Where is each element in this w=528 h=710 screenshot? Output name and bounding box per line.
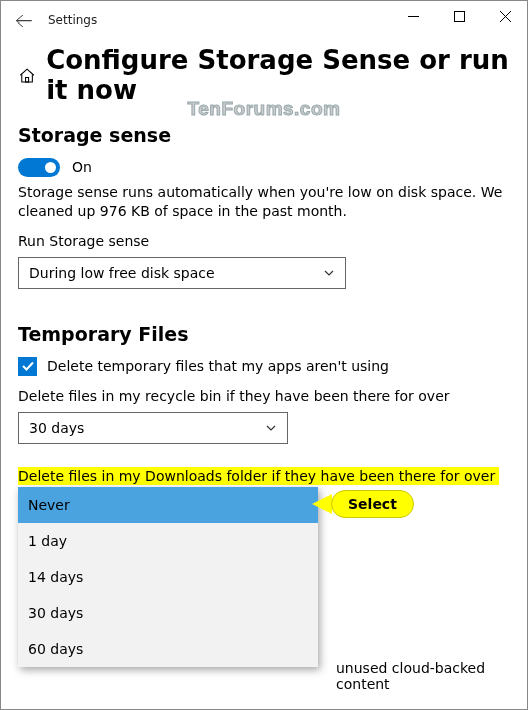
chevron-down-icon xyxy=(265,422,277,434)
downloads-label-highlighted: Delete files in my Downloads folder if t… xyxy=(18,467,499,485)
chevron-down-icon xyxy=(323,267,335,279)
select-callout: Select xyxy=(312,490,414,518)
dropdown-option-60days[interactable]: 60 days xyxy=(18,631,318,667)
select-callout-text: Select xyxy=(331,490,414,518)
delete-temp-label: Delete temporary files that my apps aren… xyxy=(47,358,389,374)
back-button[interactable]: 🡠 xyxy=(10,10,38,31)
maximize-button[interactable] xyxy=(436,0,482,32)
recycle-bin-label: Delete files in my recycle bin if they h… xyxy=(18,388,510,404)
dropdown-option-14days[interactable]: 14 days xyxy=(18,559,318,595)
storage-sense-toggle[interactable] xyxy=(18,158,60,177)
dropdown-option-30days[interactable]: 30 days xyxy=(18,595,318,631)
page-title: Configure Storage Sense or run it now xyxy=(46,46,510,106)
dropdown-option-never[interactable]: Never xyxy=(18,487,318,523)
app-name: Settings xyxy=(48,13,97,27)
minimize-button[interactable] xyxy=(390,0,436,32)
recycle-bin-value: 30 days xyxy=(29,420,84,436)
svg-rect-1 xyxy=(454,11,464,21)
cloud-content-text-fragment: unused cloud-backed content xyxy=(336,660,528,692)
run-storage-sense-label: Run Storage sense xyxy=(18,233,510,249)
svg-rect-4 xyxy=(26,77,29,82)
temporary-files-heading: Temporary Files xyxy=(18,323,510,345)
toggle-state-label: On xyxy=(72,159,92,175)
storage-sense-heading: Storage sense xyxy=(18,124,510,146)
run-storage-sense-value: During low free disk space xyxy=(29,265,215,281)
close-button[interactable] xyxy=(482,0,528,32)
downloads-dropdown-open[interactable]: Never 1 day 14 days 30 days 60 days Sele… xyxy=(18,487,318,667)
run-storage-sense-dropdown[interactable]: During low free disk space xyxy=(18,257,346,289)
dropdown-option-1day[interactable]: 1 day xyxy=(18,523,318,559)
storage-sense-description: Storage sense runs automatically when yo… xyxy=(18,183,510,221)
delete-temp-checkbox[interactable] xyxy=(18,357,37,376)
home-icon[interactable] xyxy=(18,65,36,87)
recycle-bin-dropdown[interactable]: 30 days xyxy=(18,412,288,444)
